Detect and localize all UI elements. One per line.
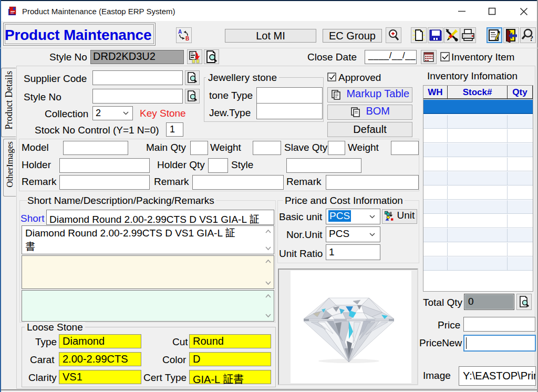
- svg-text:B: B: [185, 36, 189, 42]
- svg-text:A: A: [178, 29, 182, 35]
- svg-text:?: ?: [530, 35, 533, 43]
